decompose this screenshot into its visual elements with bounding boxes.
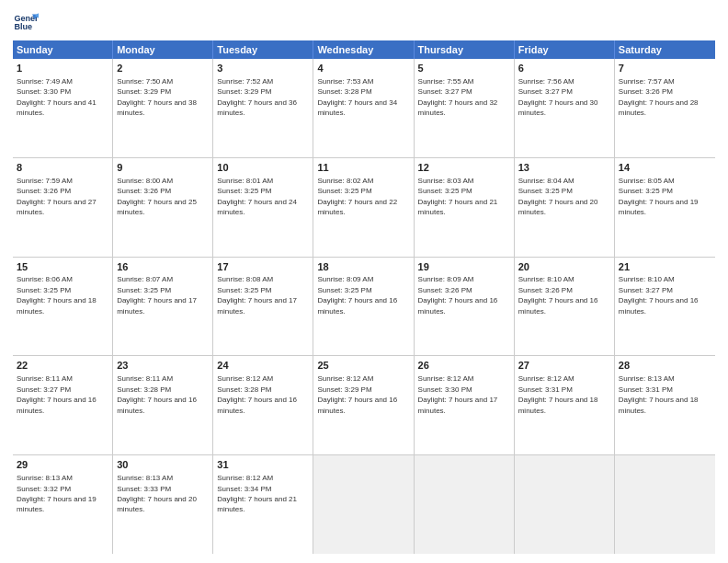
day-cell-17: 17Sunrise: 8:08 AM Sunset: 3:25 PM Dayli…	[213, 258, 313, 356]
page-header: General Blue	[13, 9, 715, 35]
day-info: Sunrise: 8:12 AM Sunset: 3:31 PM Dayligh…	[518, 374, 598, 414]
day-info: Sunrise: 7:53 AM Sunset: 3:28 PM Dayligh…	[317, 77, 397, 117]
day-cell-10: 10Sunrise: 8:01 AM Sunset: 3:25 PM Dayli…	[213, 158, 313, 257]
day-number: 16	[117, 260, 209, 274]
day-number: 13	[518, 161, 610, 175]
day-number: 8	[17, 161, 108, 175]
day-number: 5	[418, 62, 510, 75]
day-info: Sunrise: 7:56 AM Sunset: 3:27 PM Dayligh…	[518, 77, 598, 117]
calendar-header: SundayMondayTuesdayWednesdayThursdayFrid…	[13, 40, 715, 59]
day-cell-20: 20Sunrise: 8:10 AM Sunset: 3:26 PM Dayli…	[515, 258, 615, 356]
day-number: 24	[217, 359, 309, 373]
day-info: Sunrise: 8:10 AM Sunset: 3:27 PM Dayligh…	[619, 275, 699, 315]
day-info: Sunrise: 8:12 AM Sunset: 3:29 PM Dayligh…	[317, 374, 397, 414]
day-info: Sunrise: 8:12 AM Sunset: 3:34 PM Dayligh…	[217, 474, 297, 513]
day-cell-13: 13Sunrise: 8:04 AM Sunset: 3:25 PM Dayli…	[515, 158, 615, 257]
day-info: Sunrise: 8:13 AM Sunset: 3:33 PM Dayligh…	[117, 474, 197, 513]
calendar: SundayMondayTuesdayWednesdayThursdayFrid…	[13, 40, 715, 554]
day-cell-22: 22Sunrise: 8:11 AM Sunset: 3:27 PM Dayli…	[13, 356, 113, 454]
day-info: Sunrise: 8:06 AM Sunset: 3:25 PM Dayligh…	[17, 275, 97, 315]
day-cell-31: 31Sunrise: 8:12 AM Sunset: 3:34 PM Dayli…	[213, 455, 313, 554]
day-number: 3	[217, 62, 309, 75]
day-cell-29: 29Sunrise: 8:13 AM Sunset: 3:32 PM Dayli…	[13, 455, 113, 554]
day-number: 7	[619, 62, 711, 75]
calendar-week-5: 29Sunrise: 8:13 AM Sunset: 3:32 PM Dayli…	[13, 455, 715, 554]
header-day-monday: Monday	[113, 40, 213, 59]
day-info: Sunrise: 8:03 AM Sunset: 3:25 PM Dayligh…	[418, 177, 498, 216]
day-cell-2: 2Sunrise: 7:50 AM Sunset: 3:29 PM Daylig…	[113, 59, 213, 157]
day-info: Sunrise: 7:49 AM Sunset: 3:30 PM Dayligh…	[17, 77, 97, 117]
day-cell-30: 30Sunrise: 8:13 AM Sunset: 3:33 PM Dayli…	[113, 455, 213, 554]
day-number: 2	[117, 62, 209, 75]
day-info: Sunrise: 8:11 AM Sunset: 3:27 PM Dayligh…	[17, 374, 97, 414]
day-number: 10	[217, 161, 309, 175]
day-number: 1	[17, 62, 108, 75]
header-day-tuesday: Tuesday	[213, 40, 313, 59]
day-cell-9: 9Sunrise: 8:00 AM Sunset: 3:26 PM Daylig…	[113, 158, 213, 257]
day-number: 22	[17, 359, 108, 373]
day-number: 28	[619, 359, 711, 373]
day-cell-14: 14Sunrise: 8:05 AM Sunset: 3:25 PM Dayli…	[615, 158, 715, 257]
header-day-sunday: Sunday	[13, 40, 113, 59]
day-number: 20	[518, 260, 610, 274]
day-info: Sunrise: 8:12 AM Sunset: 3:30 PM Dayligh…	[418, 374, 498, 414]
day-cell-5: 5Sunrise: 7:55 AM Sunset: 3:27 PM Daylig…	[415, 59, 515, 157]
day-info: Sunrise: 7:59 AM Sunset: 3:26 PM Dayligh…	[17, 177, 97, 216]
empty-cell	[515, 455, 615, 554]
day-cell-27: 27Sunrise: 8:12 AM Sunset: 3:31 PM Dayli…	[515, 356, 615, 454]
day-cell-1: 1Sunrise: 7:49 AM Sunset: 3:30 PM Daylig…	[13, 59, 113, 157]
day-cell-8: 8Sunrise: 7:59 AM Sunset: 3:26 PM Daylig…	[13, 158, 113, 257]
day-cell-7: 7Sunrise: 7:57 AM Sunset: 3:26 PM Daylig…	[615, 59, 715, 157]
calendar-body: 1Sunrise: 7:49 AM Sunset: 3:30 PM Daylig…	[13, 59, 715, 554]
day-cell-4: 4Sunrise: 7:53 AM Sunset: 3:28 PM Daylig…	[313, 59, 414, 157]
day-info: Sunrise: 8:00 AM Sunset: 3:26 PM Dayligh…	[117, 177, 197, 216]
day-number: 11	[317, 161, 409, 175]
day-number: 21	[619, 260, 711, 274]
day-cell-11: 11Sunrise: 8:02 AM Sunset: 3:25 PM Dayli…	[313, 158, 414, 257]
day-cell-15: 15Sunrise: 8:06 AM Sunset: 3:25 PM Dayli…	[13, 258, 113, 356]
day-number: 26	[418, 359, 510, 373]
empty-cell	[615, 455, 715, 554]
day-info: Sunrise: 8:09 AM Sunset: 3:26 PM Dayligh…	[418, 275, 498, 315]
day-cell-21: 21Sunrise: 8:10 AM Sunset: 3:27 PM Dayli…	[615, 258, 715, 356]
day-info: Sunrise: 7:50 AM Sunset: 3:29 PM Dayligh…	[117, 77, 197, 117]
day-cell-24: 24Sunrise: 8:12 AM Sunset: 3:28 PM Dayli…	[213, 356, 313, 454]
day-cell-23: 23Sunrise: 8:11 AM Sunset: 3:28 PM Dayli…	[113, 356, 213, 454]
day-info: Sunrise: 8:13 AM Sunset: 3:32 PM Dayligh…	[17, 474, 97, 513]
day-number: 17	[217, 260, 309, 274]
day-cell-25: 25Sunrise: 8:12 AM Sunset: 3:29 PM Dayli…	[313, 356, 414, 454]
day-number: 31	[217, 458, 309, 472]
day-info: Sunrise: 8:12 AM Sunset: 3:28 PM Dayligh…	[217, 374, 297, 414]
header-day-saturday: Saturday	[615, 40, 715, 59]
day-number: 29	[17, 458, 108, 472]
svg-text:Blue: Blue	[14, 22, 32, 31]
day-number: 9	[117, 161, 209, 175]
day-number: 18	[317, 260, 409, 274]
header-day-friday: Friday	[515, 40, 615, 59]
day-number: 30	[117, 458, 209, 472]
day-info: Sunrise: 7:55 AM Sunset: 3:27 PM Dayligh…	[418, 77, 498, 117]
day-number: 6	[518, 62, 610, 75]
day-info: Sunrise: 8:11 AM Sunset: 3:28 PM Dayligh…	[117, 374, 197, 414]
day-cell-18: 18Sunrise: 8:09 AM Sunset: 3:25 PM Dayli…	[313, 258, 414, 356]
day-info: Sunrise: 8:10 AM Sunset: 3:26 PM Dayligh…	[518, 275, 598, 315]
day-cell-16: 16Sunrise: 8:07 AM Sunset: 3:25 PM Dayli…	[113, 258, 213, 356]
day-info: Sunrise: 8:09 AM Sunset: 3:25 PM Dayligh…	[317, 275, 397, 315]
day-cell-6: 6Sunrise: 7:56 AM Sunset: 3:27 PM Daylig…	[515, 59, 615, 157]
day-info: Sunrise: 8:13 AM Sunset: 3:31 PM Dayligh…	[619, 374, 699, 414]
calendar-week-1: 1Sunrise: 7:49 AM Sunset: 3:30 PM Daylig…	[13, 59, 715, 158]
calendar-week-3: 15Sunrise: 8:06 AM Sunset: 3:25 PM Dayli…	[13, 258, 715, 357]
day-number: 12	[418, 161, 510, 175]
header-day-thursday: Thursday	[415, 40, 515, 59]
day-cell-12: 12Sunrise: 8:03 AM Sunset: 3:25 PM Dayli…	[415, 158, 515, 257]
empty-cell	[313, 455, 414, 554]
day-number: 15	[17, 260, 108, 274]
header-day-wednesday: Wednesday	[313, 40, 414, 59]
day-info: Sunrise: 8:01 AM Sunset: 3:25 PM Dayligh…	[217, 177, 297, 216]
day-info: Sunrise: 8:04 AM Sunset: 3:25 PM Dayligh…	[518, 177, 598, 216]
day-number: 25	[317, 359, 409, 373]
calendar-week-2: 8Sunrise: 7:59 AM Sunset: 3:26 PM Daylig…	[13, 158, 715, 258]
day-info: Sunrise: 7:57 AM Sunset: 3:26 PM Dayligh…	[619, 77, 699, 117]
day-number: 27	[518, 359, 610, 373]
day-number: 23	[117, 359, 209, 373]
